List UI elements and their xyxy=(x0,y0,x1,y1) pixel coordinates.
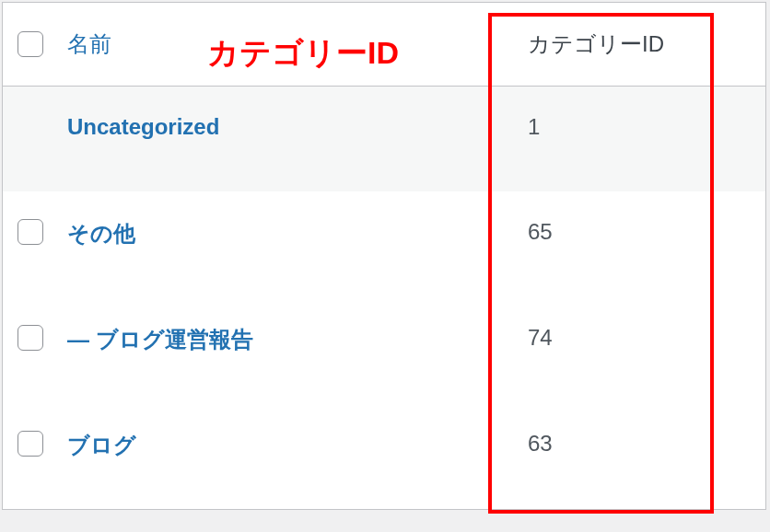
table-row: その他65 xyxy=(3,191,765,297)
row-checkbox-cell xyxy=(3,191,58,297)
row-checkbox-cell xyxy=(3,403,58,509)
row-checkbox[interactable] xyxy=(18,431,43,457)
table-row: ブログ63 xyxy=(3,403,765,509)
table-row: Uncategorized1 xyxy=(3,86,765,191)
row-checkbox-cell xyxy=(3,86,58,191)
row-name-cell: Uncategorized xyxy=(58,86,500,191)
row-checkbox-cell xyxy=(3,297,58,403)
row-id-cell: 63 xyxy=(500,403,765,509)
category-name-link[interactable]: Uncategorized xyxy=(67,114,219,139)
row-id-cell: 1 xyxy=(500,86,765,191)
category-name-link[interactable]: ブログ xyxy=(67,433,136,457)
category-table: 名前 カテゴリーID Uncategorized1その他65— ブログ運営報告7… xyxy=(3,3,765,509)
header-name-sort-link[interactable]: 名前 xyxy=(67,31,111,56)
select-all-checkbox[interactable] xyxy=(18,31,43,57)
row-checkbox[interactable] xyxy=(18,325,43,351)
table-row: — ブログ運営報告74 xyxy=(3,297,765,403)
header-checkbox-cell xyxy=(3,3,58,86)
category-name-link[interactable]: — ブログ運営報告 xyxy=(67,327,253,352)
row-name-cell: その他 xyxy=(58,191,500,297)
row-id-cell: 65 xyxy=(500,191,765,297)
row-name-cell: ブログ xyxy=(58,403,500,509)
header-name-cell: 名前 xyxy=(58,3,500,86)
row-checkbox[interactable] xyxy=(18,219,43,245)
header-id-cell: カテゴリーID xyxy=(500,3,765,86)
category-table-wrapper: 名前 カテゴリーID Uncategorized1その他65— ブログ運営報告7… xyxy=(2,2,766,510)
category-name-link[interactable]: その他 xyxy=(67,221,135,246)
row-id-cell: 74 xyxy=(500,297,765,403)
table-header-row: 名前 カテゴリーID xyxy=(3,3,765,86)
row-name-cell: — ブログ運営報告 xyxy=(58,297,500,403)
table-body: Uncategorized1その他65— ブログ運営報告74ブログ63 xyxy=(3,86,765,509)
